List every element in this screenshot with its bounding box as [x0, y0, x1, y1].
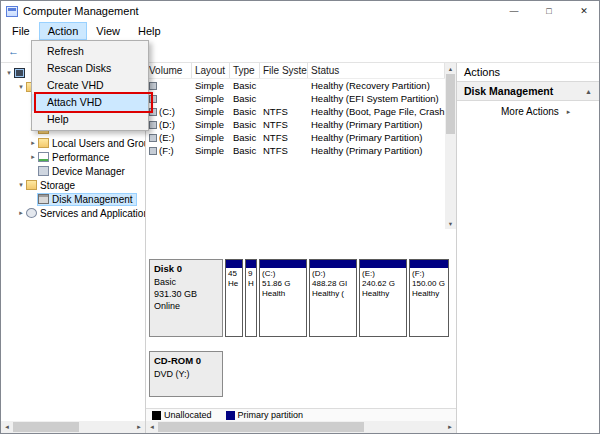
- back-icon[interactable]: ←: [6, 45, 21, 57]
- partition-size: 240.62 G: [362, 279, 395, 288]
- scroll-up-icon[interactable]: ▲: [445, 63, 456, 74]
- chevron-collapsed-icon[interactable]: ▸: [28, 139, 38, 147]
- volume-fs: NTFS: [260, 106, 308, 117]
- partition-size: 45: [228, 269, 237, 278]
- chevron-expanded-icon[interactable]: ▾: [16, 181, 26, 189]
- partition-name: (E:): [362, 269, 375, 278]
- partition-e[interactable]: (E:) 240.62 G Healthy: [359, 259, 407, 337]
- menu-bar: File Action View Help: [1, 21, 599, 40]
- volume-name: (F:): [159, 145, 174, 156]
- legend-label: Unallocated: [164, 410, 212, 420]
- partition-color-strip: [260, 260, 306, 268]
- device-manager-icon: [38, 166, 49, 176]
- window-title: Computer Management: [23, 5, 139, 17]
- volume-type: Basic: [230, 93, 260, 104]
- scroll-right-icon[interactable]: ►: [444, 421, 456, 433]
- volume-icon: [149, 147, 157, 155]
- tree-item-label: Local Users and Groups: [52, 138, 146, 149]
- partition-status: Health: [262, 289, 285, 298]
- partition-name: (F:): [412, 269, 424, 278]
- disk-type: Basic: [154, 277, 176, 287]
- chevron-collapsed-icon[interactable]: ▸: [28, 153, 38, 161]
- tree-item-performance[interactable]: ▸ Performance: [1, 150, 145, 164]
- partition-d[interactable]: (D:) 488.28 GI Healthy (: [309, 259, 357, 337]
- partition-efi[interactable]: 9 H: [245, 259, 257, 337]
- scroll-thumb[interactable]: [446, 74, 455, 134]
- tree-item-services-and-applications[interactable]: ▸ Services and Applications: [1, 206, 145, 220]
- computer-management-window: Computer Management — □ ✕ File Action Vi…: [0, 0, 600, 434]
- menu-file[interactable]: File: [3, 22, 39, 40]
- tree-item-label: Device Manager: [52, 166, 125, 177]
- scroll-left-icon[interactable]: ◄: [146, 421, 158, 433]
- cdrom-0-label[interactable]: CD-ROM 0 DVD (Y:): [149, 351, 223, 397]
- close-button[interactable]: ✕: [569, 1, 599, 21]
- menu-item-attach-vhd[interactable]: Attach VHD: [32, 94, 148, 111]
- disk-graphical-view: Disk 0 Basic 931.30 GB Online 45 He: [146, 229, 456, 408]
- tree-item-label: Disk Management: [52, 194, 133, 205]
- scroll-down-icon[interactable]: ▼: [445, 218, 456, 229]
- menu-item-create-vhd[interactable]: Create VHD: [32, 77, 148, 94]
- partition-status: Healthy: [362, 289, 389, 298]
- scroll-track: [158, 421, 444, 433]
- middle-horizontal-scrollbar[interactable]: ◄ ►: [146, 421, 456, 433]
- partition-status: Healthy (: [312, 289, 344, 298]
- volume-row[interactable]: (E:) Simple Basic NTFS Healthy (Primary …: [146, 131, 445, 144]
- volume-row[interactable]: Simple Basic Healthy (Recovery Partition…: [146, 79, 445, 92]
- maximize-button[interactable]: □: [534, 1, 564, 21]
- scroll-thumb[interactable]: [158, 422, 364, 432]
- chevron-collapsed-icon[interactable]: ▸: [16, 209, 26, 217]
- partition-name: (C:): [262, 269, 275, 278]
- scroll-thumb[interactable]: [13, 422, 79, 432]
- disk-0-partitions: 45 He 9 H: [223, 259, 450, 337]
- more-actions-item[interactable]: More Actions ▸: [457, 101, 599, 117]
- actions-panel-title: Actions: [457, 63, 599, 82]
- volume-fs: NTFS: [260, 119, 308, 130]
- minimize-button[interactable]: —: [499, 1, 529, 21]
- tree-item-storage[interactable]: ▾ Storage: [1, 178, 145, 192]
- volume-status: Healthy (Boot, Page File, Crash Dum: [308, 106, 445, 117]
- tree-item-disk-management[interactable]: Disk Management: [1, 192, 145, 206]
- column-header-file-system[interactable]: File System: [260, 63, 308, 78]
- volume-row[interactable]: (D:) Simple Basic NTFS Healthy (Primary …: [146, 118, 445, 131]
- disk-type: DVD (Y:): [154, 369, 190, 379]
- column-header-status[interactable]: Status: [308, 63, 445, 78]
- partition-color-strip: [246, 260, 256, 268]
- volume-layout: Simple: [192, 93, 230, 104]
- disk-0-label[interactable]: Disk 0 Basic 931.30 GB Online: [149, 259, 223, 337]
- scroll-right-icon[interactable]: ►: [133, 421, 145, 433]
- volume-name: (E:): [159, 132, 174, 143]
- partition-recovery[interactable]: 45 He: [225, 259, 243, 337]
- actions-section-label: Disk Management: [464, 85, 553, 97]
- actions-section-disk-management[interactable]: Disk Management ▲: [457, 82, 599, 101]
- volume-row[interactable]: (F:) Simple Basic NTFS Healthy (Primary …: [146, 144, 445, 157]
- column-header-type[interactable]: Type: [230, 63, 260, 78]
- partition-f[interactable]: (F:) 150.00 G Healthy: [409, 259, 449, 337]
- tree-item-device-manager[interactable]: Device Manager: [1, 164, 145, 178]
- column-header-volume[interactable]: Volume: [146, 63, 192, 78]
- column-header-layout[interactable]: Layout: [192, 63, 230, 78]
- chevron-expanded-icon[interactable]: ▾: [16, 83, 26, 91]
- menu-help[interactable]: Help: [129, 22, 170, 40]
- volume-icon: [149, 121, 157, 129]
- tree-item-local-users-and-groups[interactable]: ▸ Local Users and Groups: [1, 136, 145, 150]
- volume-row[interactable]: Simple Basic Healthy (EFI System Partiti…: [146, 92, 445, 105]
- menu-view[interactable]: View: [87, 22, 129, 40]
- chevron-expanded-icon[interactable]: ▾: [4, 69, 14, 77]
- partition-c[interactable]: (C:) 51.86 G Health: [259, 259, 307, 337]
- scroll-left-icon[interactable]: ◄: [1, 421, 13, 433]
- tree-horizontal-scrollbar[interactable]: ◄ ►: [1, 421, 145, 433]
- menu-item-rescan-disks[interactable]: Rescan Disks: [32, 60, 148, 77]
- tree-item-label: Services and Applications: [40, 208, 146, 219]
- submenu-arrow-icon: ▸: [567, 108, 571, 116]
- unallocated-color-swatch: [152, 411, 161, 420]
- menu-item-refresh[interactable]: Refresh: [32, 43, 148, 60]
- volume-status: Healthy (Primary Partition): [308, 145, 445, 156]
- action-dropdown-menu: Refresh Rescan Disks Create VHD Attach V…: [31, 40, 149, 131]
- scroll-track: [445, 74, 456, 218]
- volume-status: Healthy (Primary Partition): [308, 119, 445, 130]
- collapse-arrow-icon[interactable]: ▲: [585, 88, 592, 95]
- volume-list-vertical-scrollbar[interactable]: ▲ ▼: [445, 63, 456, 229]
- menu-action[interactable]: Action: [39, 22, 88, 40]
- menu-item-help[interactable]: Help: [32, 111, 148, 128]
- volume-row[interactable]: (C:) Simple Basic NTFS Healthy (Boot, Pa…: [146, 105, 445, 118]
